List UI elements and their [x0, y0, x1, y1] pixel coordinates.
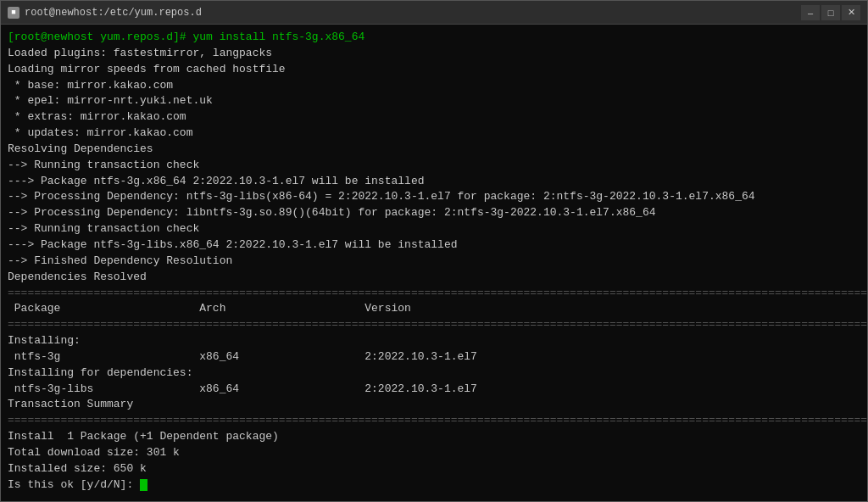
terminal-line: * base: mirror.kakao.com — [8, 78, 860, 94]
terminal-line: ntfs-3g-libs x86_64 2:2022.10.3-1.el7 — [8, 382, 860, 398]
terminal-line: Install 1 Package (+1 Dependent package) — [8, 429, 860, 445]
terminal-line: Resolving Dependencies — [8, 142, 860, 158]
terminal-line: * updates: mirror.kakao.com — [8, 126, 860, 142]
terminal-body[interactable]: [root@newhost yum.repos.d]# yum install … — [1, 25, 867, 501]
terminal-line: ========================================… — [8, 413, 860, 429]
terminal-icon: ■ — [8, 7, 19, 19]
terminal-line: ntfs-3g x86_64 2:2022.10.3-1.el7 — [8, 349, 860, 365]
terminal-line: Total download size: 301 k — [8, 445, 860, 461]
terminal-line: Package Arch Version — [8, 301, 860, 317]
terminal-line: * epel: mirror-nrt.yuki.net.uk — [8, 93, 860, 109]
terminal-line: --> Finished Dependency Resolution — [8, 254, 860, 270]
title-bar: ■ root@newhost:/etc/yum.repos.d – □ ✕ — [1, 1, 867, 25]
terminal-line: ---> Package ntfs-3g-libs.x86_64 2:2022.… — [8, 237, 860, 254]
terminal-line: Installed size: 650 k — [8, 461, 860, 477]
maximize-button[interactable]: □ — [821, 5, 840, 20]
title-bar-controls: – □ ✕ — [801, 5, 860, 20]
terminal-line: * extras: mirror.kakao.com — [8, 109, 860, 126]
terminal-line: --> Running transaction check — [8, 221, 860, 237]
terminal-line: ---> Package ntfs-3g.x86_64 2:2022.10.3-… — [8, 174, 860, 190]
terminal-line: Installing for dependencies: — [8, 365, 860, 382]
terminal-window: ■ root@newhost:/etc/yum.repos.d – □ ✕ [r… — [0, 0, 868, 502]
terminal-line: --> Running transaction check — [8, 158, 860, 174]
terminal-line: Dependencies Resolved — [8, 270, 860, 286]
terminal-line: --> Processing Dependency: ntfs-3g-libs(… — [8, 189, 860, 205]
terminal-cursor — [140, 479, 147, 491]
window-title: root@newhost:/etc/yum.repos.d — [25, 7, 202, 19]
terminal-line: Loaded plugins: fastestmirror, langpacks — [8, 46, 860, 62]
terminal-line: [root@newhost yum.repos.d]# yum install … — [8, 30, 860, 46]
terminal-line: ========================================… — [8, 286, 860, 302]
minimize-button[interactable]: – — [801, 5, 820, 20]
terminal-line: Loading mirror speeds from cached hostfi… — [8, 62, 860, 78]
terminal-line: ========================================… — [8, 317, 860, 333]
terminal-line: --> Processing Dependency: libntfs-3g.so… — [8, 205, 860, 221]
terminal-line: Transaction Summary — [8, 397, 860, 413]
terminal-line: Installing: — [8, 333, 860, 349]
title-bar-left: ■ root@newhost:/etc/yum.repos.d — [8, 7, 202, 19]
terminal-line: Is this ok [y/d/N]: — [8, 477, 860, 494]
close-button[interactable]: ✕ — [842, 5, 860, 20]
